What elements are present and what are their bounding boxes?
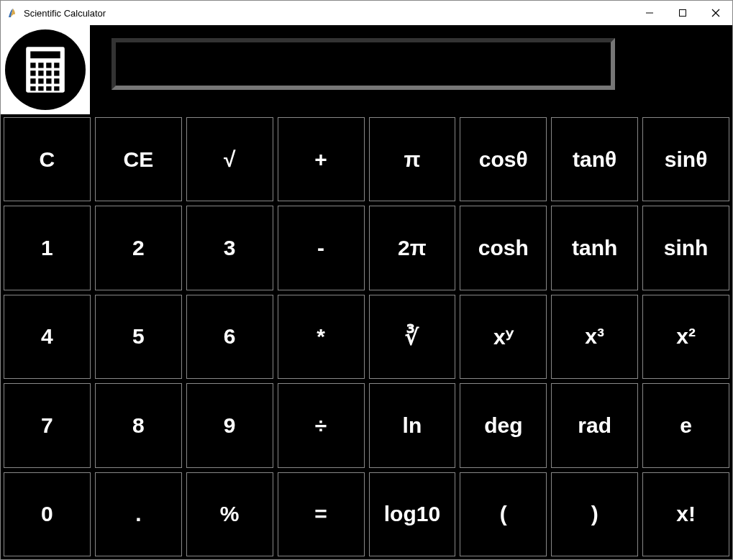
key-digit-4[interactable]: 4 <box>4 295 91 379</box>
close-button[interactable] <box>699 1 732 25</box>
svg-rect-11 <box>38 70 43 75</box>
display-area <box>90 25 732 90</box>
svg-rect-17 <box>54 78 59 83</box>
key-multiply[interactable]: * <box>278 295 365 379</box>
key-sin[interactable]: sinθ <box>642 117 729 201</box>
top-row <box>1 25 732 114</box>
key-clear[interactable]: C <box>4 117 91 201</box>
key-equals[interactable]: = <box>278 472 365 556</box>
titlebar: Scientific Calculator <box>1 1 732 25</box>
svg-rect-7 <box>38 63 43 68</box>
svg-rect-1 <box>680 10 686 17</box>
key-minus[interactable]: - <box>278 206 365 290</box>
key-percent[interactable]: % <box>186 472 273 556</box>
key-factorial[interactable]: x! <box>642 472 729 556</box>
window-title: Scientific Calculator <box>24 8 106 19</box>
key-lparen[interactable]: ( <box>460 472 547 556</box>
key-pi[interactable]: π <box>369 117 456 201</box>
display-field[interactable] <box>111 38 615 90</box>
key-digit-0[interactable]: 0 <box>4 472 91 556</box>
key-euler-e[interactable]: e <box>642 383 729 467</box>
key-rparen[interactable]: ) <box>551 472 638 556</box>
minimize-button[interactable] <box>633 1 666 25</box>
key-tan[interactable]: tanθ <box>551 117 638 201</box>
key-sqrt[interactable]: √ <box>186 117 273 201</box>
key-x-squared[interactable]: x² <box>642 295 729 379</box>
key-plus[interactable]: + <box>278 117 365 201</box>
key-x-pow-y[interactable]: xʸ <box>460 295 547 379</box>
key-x-cubed[interactable]: x³ <box>551 295 638 379</box>
svg-rect-12 <box>46 70 51 75</box>
svg-rect-8 <box>46 63 51 68</box>
calculator-logo <box>1 25 90 114</box>
key-digit-6[interactable]: 6 <box>186 295 273 379</box>
key-digit-2[interactable]: 2 <box>95 206 182 290</box>
key-decimal[interactable]: . <box>95 472 182 556</box>
key-tanh[interactable]: tanh <box>551 206 638 290</box>
key-cos[interactable]: cosθ <box>460 117 547 201</box>
svg-rect-5 <box>30 51 60 58</box>
key-ln[interactable]: ln <box>369 383 456 467</box>
key-deg[interactable]: deg <box>460 383 547 467</box>
svg-rect-10 <box>30 70 35 75</box>
key-divide[interactable]: ÷ <box>278 383 365 467</box>
svg-rect-20 <box>46 86 51 91</box>
key-two-pi[interactable]: 2π <box>369 206 456 290</box>
key-cbrt[interactable]: ∛ <box>369 295 456 379</box>
app-window: Scientific Calculator <box>0 0 733 560</box>
svg-rect-15 <box>38 78 43 83</box>
key-clear-entry[interactable]: CE <box>95 117 182 201</box>
client-area: CCE√+πcosθtanθsinθ123-2πcoshtanhsinh456*… <box>1 25 732 559</box>
key-grid: CCE√+πcosθtanθsinθ123-2πcoshtanhsinh456*… <box>1 114 732 559</box>
key-digit-7[interactable]: 7 <box>4 383 91 467</box>
svg-rect-6 <box>30 63 35 68</box>
key-digit-8[interactable]: 8 <box>95 383 182 467</box>
svg-rect-14 <box>30 78 35 83</box>
key-sinh[interactable]: sinh <box>642 206 729 290</box>
key-cosh[interactable]: cosh <box>460 206 547 290</box>
calculator-icon <box>5 29 86 110</box>
python-tk-feather-icon <box>6 7 18 19</box>
svg-rect-13 <box>54 70 59 75</box>
svg-rect-19 <box>38 86 43 91</box>
svg-rect-16 <box>46 78 51 83</box>
key-digit-1[interactable]: 1 <box>4 206 91 290</box>
key-digit-3[interactable]: 3 <box>186 206 273 290</box>
svg-rect-18 <box>30 86 35 91</box>
svg-rect-9 <box>54 63 59 68</box>
maximize-button[interactable] <box>666 1 699 25</box>
key-digit-5[interactable]: 5 <box>95 295 182 379</box>
key-rad[interactable]: rad <box>551 383 638 467</box>
key-digit-9[interactable]: 9 <box>186 383 273 467</box>
key-log10[interactable]: log10 <box>369 472 456 556</box>
svg-rect-21 <box>54 86 59 91</box>
